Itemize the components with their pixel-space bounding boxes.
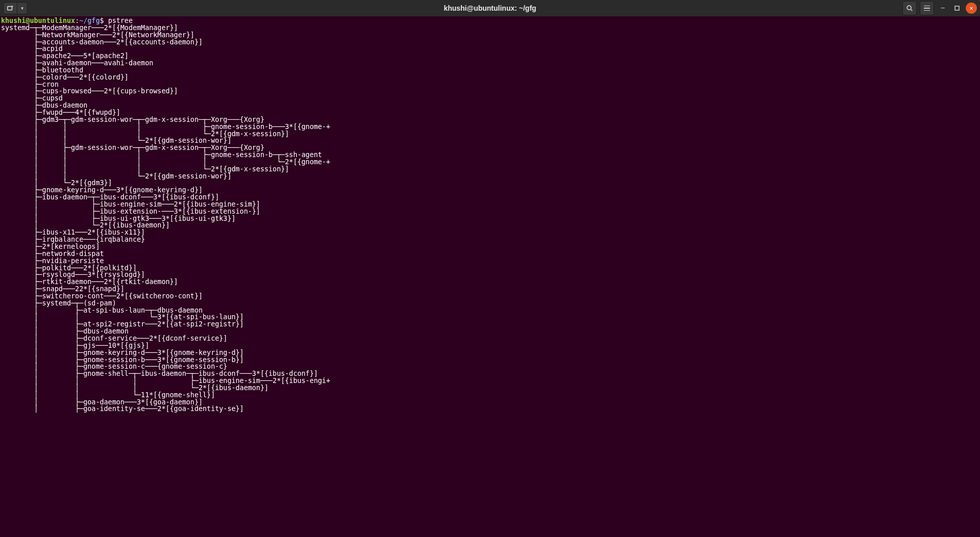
svg-rect-0 <box>8 7 12 10</box>
search-button[interactable] <box>902 1 917 15</box>
window-titlebar: ▾ khushi@ubuntulinux: ~/gfg ─ ✕ <box>0 0 980 16</box>
minimize-button[interactable]: ─ <box>937 3 948 14</box>
chevron-down-icon: ▾ <box>20 5 24 11</box>
close-icon: ✕ <box>969 5 973 11</box>
command-text: pstree <box>108 17 133 24</box>
window-title: khushi@ubuntulinux: ~/gfg <box>0 5 980 12</box>
close-button[interactable]: ✕ <box>966 3 977 14</box>
prompt-symbol: $ <box>100 17 108 24</box>
prompt-user-host: khushi@ubuntulinux <box>1 17 75 24</box>
search-icon <box>906 5 913 12</box>
maximize-icon <box>954 6 960 11</box>
prompt-separator: : <box>75 17 79 24</box>
hamburger-icon <box>924 6 930 11</box>
svg-point-3 <box>907 6 911 10</box>
new-tab-dropdown-button[interactable]: ▾ <box>17 2 28 14</box>
terminal-area[interactable]: khushi@ubuntulinux:~/gfg$ pstree systemd… <box>0 16 980 414</box>
svg-rect-5 <box>955 6 959 10</box>
prompt-path: ~/gfg <box>79 17 100 24</box>
prompt-line: khushi@ubuntulinux:~/gfg$ pstree <box>1 17 133 24</box>
svg-line-4 <box>911 10 913 11</box>
pstree-output: systemd─┬─ModemManager───2*[{ModemManage… <box>1 24 330 413</box>
menu-button[interactable] <box>920 1 934 15</box>
maximize-button[interactable] <box>951 3 963 14</box>
new-tab-icon <box>7 5 14 12</box>
new-tab-button[interactable] <box>3 2 17 14</box>
titlebar-right-group: ─ ✕ <box>902 1 977 15</box>
minimize-icon: ─ <box>941 5 944 11</box>
titlebar-left-group: ▾ <box>3 2 28 14</box>
